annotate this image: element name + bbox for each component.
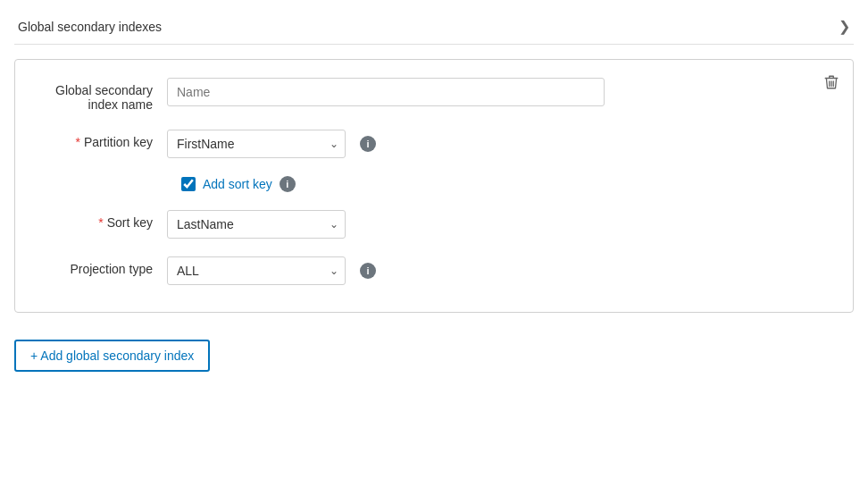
section-header: Global secondary indexes ❯ [14,9,854,45]
sort-key-checkbox-label[interactable]: Add sort key [181,177,272,191]
add-gsi-button-label: + Add global secondary index [30,349,194,363]
sort-key-label: Sort key [42,210,167,230]
partition-key-select-wrapper: FirstName LastName Email Id ⌄ [167,130,346,158]
projection-type-select-wrapper: ALL KEYS_ONLY INCLUDE ⌄ [167,256,346,285]
gsi-card: Global secondary index name Partition ke… [14,59,854,313]
delete-button[interactable] [821,71,842,94]
section-collapse-icon[interactable]: ❯ [839,18,850,35]
partition-key-info-icon[interactable]: i [360,136,376,152]
index-name-input[interactable] [167,78,605,106]
index-name-row: Global secondary index name [42,78,826,112]
partition-key-label: Partition key [42,130,167,149]
sort-key-select-wrapper: LastName FirstName Email Id ⌄ [167,210,346,239]
projection-type-select[interactable]: ALL KEYS_ONLY INCLUDE [167,256,346,285]
partition-key-select[interactable]: FirstName LastName Email Id [167,130,346,158]
projection-type-row: Projection type ALL KEYS_ONLY INCLUDE ⌄ … [42,256,826,285]
sort-key-info-icon[interactable]: i [280,176,296,192]
sort-key-select[interactable]: LastName FirstName Email Id [167,210,346,239]
add-gsi-button[interactable]: + Add global secondary index [14,340,210,372]
sort-key-row: Sort key LastName FirstName Email Id ⌄ [42,210,826,239]
sort-key-checkbox-row: Add sort key i [181,176,826,192]
trash-icon [824,74,839,90]
sort-key-checkbox[interactable] [181,177,196,191]
projection-type-label: Projection type [42,256,167,276]
partition-key-row: Partition key FirstName LastName Email I… [42,130,826,158]
section-title: Global secondary indexes [18,20,162,34]
projection-type-info-icon[interactable]: i [360,263,376,279]
sort-key-checkbox-text: Add sort key [203,177,272,191]
index-name-label: Global secondary index name [42,78,167,112]
